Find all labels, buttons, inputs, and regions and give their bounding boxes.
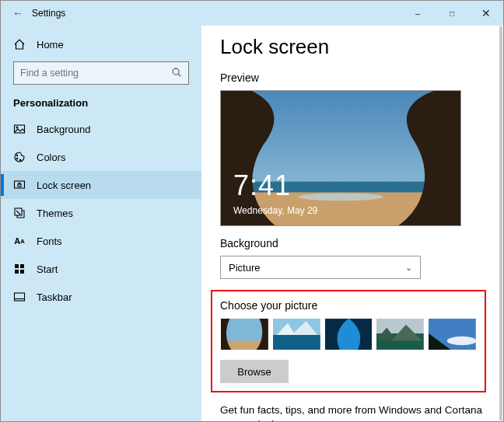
sidebar-home[interactable]: Home bbox=[1, 30, 201, 58]
svg-rect-11 bbox=[20, 264, 24, 268]
background-select-value: Picture bbox=[229, 262, 260, 274]
search-field[interactable] bbox=[20, 68, 171, 78]
choose-picture-section: Choose your picture Browse bbox=[211, 290, 486, 392]
sidebar-item-label: Background bbox=[37, 124, 90, 135]
sidebar-item-label: Fonts bbox=[37, 235, 62, 247]
picture-thumb-5[interactable] bbox=[428, 318, 477, 351]
svg-rect-10 bbox=[15, 264, 19, 268]
sidebar-item-label: Taskbar bbox=[37, 291, 72, 303]
maximize-button[interactable]: □ bbox=[435, 1, 469, 26]
svg-point-0 bbox=[173, 68, 179, 75]
taskbar-icon bbox=[13, 291, 26, 303]
start-icon bbox=[13, 263, 26, 275]
svg-point-5 bbox=[16, 158, 18, 159]
picture-thumb-4[interactable] bbox=[376, 318, 425, 351]
sidebar-item-background[interactable]: Background bbox=[1, 115, 201, 143]
sidebar-section-header: Personalization bbox=[1, 88, 201, 115]
background-select[interactable]: Picture ⌄ bbox=[220, 256, 421, 279]
sidebar-item-label: Start bbox=[37, 263, 58, 275]
lock-screen-preview: 7:41 Wednesday, May 29 bbox=[220, 90, 461, 226]
sidebar-item-label: Colors bbox=[37, 152, 66, 163]
search-icon bbox=[171, 67, 182, 80]
minimize-button[interactable]: – bbox=[401, 1, 435, 26]
palette-icon bbox=[13, 151, 26, 163]
sidebar: Home Personalization Background bbox=[1, 26, 201, 421]
browse-button[interactable]: Browse bbox=[220, 360, 289, 383]
picture-thumb-2[interactable] bbox=[272, 318, 321, 351]
home-icon bbox=[13, 38, 26, 51]
svg-line-1 bbox=[178, 74, 180, 76]
chevron-down-icon: ⌄ bbox=[405, 263, 412, 273]
sidebar-item-start[interactable]: Start bbox=[1, 255, 201, 283]
background-label: Background bbox=[220, 237, 483, 249]
svg-point-33 bbox=[447, 337, 476, 345]
preview-label: Preview bbox=[220, 71, 483, 84]
scrollbar[interactable] bbox=[499, 26, 502, 420]
picture-icon bbox=[13, 123, 26, 135]
back-button[interactable]: ← bbox=[7, 7, 29, 19]
svg-point-19 bbox=[298, 193, 383, 201]
footer-text: Get fun facts, tips, and more from Windo… bbox=[220, 403, 483, 421]
sidebar-item-label: Lock screen bbox=[37, 180, 91, 191]
sidebar-home-label: Home bbox=[37, 39, 64, 51]
fonts-icon: AA bbox=[13, 235, 26, 247]
preview-time: 7:41 bbox=[233, 169, 291, 202]
lock-screen-icon bbox=[13, 179, 26, 191]
svg-point-3 bbox=[16, 127, 18, 128]
svg-point-6 bbox=[19, 159, 21, 161]
page-title: Lock screen bbox=[220, 35, 483, 59]
sidebar-item-colors[interactable]: Colors bbox=[1, 143, 201, 171]
preview-date: Wednesday, May 29 bbox=[233, 205, 317, 216]
main-content: Lock screen Preview 7:41 bbox=[201, 26, 503, 421]
titlebar: ← Settings – □ ✕ bbox=[1, 1, 503, 26]
sidebar-item-lock-screen[interactable]: Lock screen bbox=[1, 171, 201, 199]
svg-rect-8 bbox=[18, 184, 21, 187]
svg-rect-23 bbox=[273, 335, 320, 350]
themes-icon bbox=[13, 207, 26, 219]
window-title: Settings bbox=[32, 8, 65, 19]
svg-rect-14 bbox=[15, 293, 25, 301]
sidebar-item-themes[interactable]: Themes bbox=[1, 199, 201, 227]
picture-thumb-1[interactable] bbox=[220, 318, 269, 351]
choose-picture-label: Choose your picture bbox=[220, 299, 477, 312]
settings-window: ← Settings – □ ✕ Home Pe bbox=[0, 0, 504, 422]
svg-rect-9 bbox=[15, 208, 22, 215]
picture-thumb-3[interactable] bbox=[324, 318, 373, 351]
picture-thumbnails bbox=[220, 318, 477, 351]
close-button[interactable]: ✕ bbox=[469, 1, 503, 26]
search-input[interactable] bbox=[13, 61, 189, 85]
svg-point-4 bbox=[16, 155, 18, 156]
sidebar-item-fonts[interactable]: AA Fonts bbox=[1, 227, 201, 255]
sidebar-item-taskbar[interactable]: Taskbar bbox=[1, 283, 201, 311]
sidebar-item-label: Themes bbox=[37, 208, 73, 219]
svg-rect-13 bbox=[20, 270, 24, 274]
svg-rect-12 bbox=[15, 270, 19, 274]
